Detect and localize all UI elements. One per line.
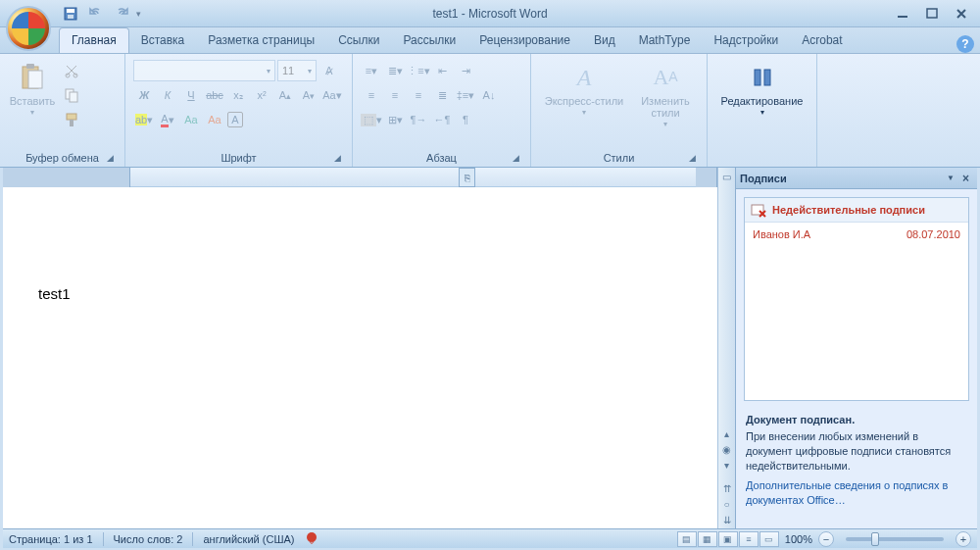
redo-button[interactable] bbox=[110, 3, 133, 25]
ltr-button[interactable]: ¶→ bbox=[408, 109, 429, 130]
format-painter-button[interactable] bbox=[61, 109, 82, 130]
sort-button[interactable]: A↓ bbox=[478, 84, 500, 106]
copy-button[interactable] bbox=[61, 84, 82, 106]
multilevel-button[interactable]: ⋮≡▾ bbox=[408, 60, 429, 81]
word-count[interactable]: Число слов: 2 bbox=[114, 533, 183, 545]
horizontal-ruler[interactable] bbox=[3, 168, 717, 187]
superscript-button[interactable]: x² bbox=[251, 84, 272, 106]
tab-insert[interactable]: Вставка bbox=[129, 28, 197, 53]
tab-mathtype[interactable]: MathType bbox=[627, 28, 703, 53]
paste-button[interactable]: Вставить ▾ bbox=[6, 58, 59, 122]
text-effects2-button[interactable]: Aa bbox=[204, 109, 225, 130]
paragraph-dialog-launcher[interactable]: ◢ bbox=[509, 151, 522, 165]
svg-rect-1 bbox=[67, 9, 74, 13]
outline-view[interactable]: ≡ bbox=[739, 531, 759, 547]
clipboard-label: Буфер обмена bbox=[25, 152, 99, 164]
tab-addins[interactable]: Надстройки bbox=[702, 28, 790, 53]
zoom-in-button[interactable]: + bbox=[956, 531, 971, 547]
editing-button[interactable]: Редактирование▾ bbox=[713, 58, 810, 122]
tab-mailings[interactable]: Рассылки bbox=[391, 28, 467, 53]
clear-formatting-button[interactable]: A̷ bbox=[318, 60, 340, 81]
text-effects-button[interactable]: Aa bbox=[180, 109, 202, 130]
zoom-knob[interactable] bbox=[871, 532, 879, 546]
subscript-button[interactable]: x₂ bbox=[227, 84, 249, 106]
zoom-level[interactable]: 100% bbox=[785, 533, 812, 545]
align-left-button[interactable]: ≡ bbox=[361, 84, 382, 106]
tab-home[interactable]: Главная bbox=[59, 27, 129, 53]
tab-review[interactable]: Рецензирование bbox=[467, 28, 582, 53]
zoom-out-button[interactable]: − bbox=[818, 531, 834, 547]
strikethrough-button[interactable]: abc bbox=[204, 84, 225, 106]
svg-rect-12 bbox=[67, 114, 76, 120]
tab-acrobat[interactable]: Acrobat bbox=[790, 28, 854, 53]
next-page-icon[interactable]: ▾ bbox=[720, 458, 734, 472]
change-case-button[interactable]: Aa▾ bbox=[321, 84, 343, 106]
clipboard-dialog-launcher[interactable]: ◢ bbox=[103, 151, 117, 165]
quick-styles-button[interactable]: A Экспресс-стили▾ bbox=[537, 58, 631, 122]
italic-button[interactable]: К bbox=[157, 84, 178, 106]
line-spacing-button[interactable]: ‡≡▾ bbox=[455, 84, 476, 106]
show-marks-button[interactable]: ¶ bbox=[455, 109, 476, 130]
pane-toggle-icon[interactable]: ⎘ bbox=[459, 168, 475, 187]
page-status[interactable]: Страница: 1 из 1 bbox=[9, 533, 93, 545]
print-layout-view[interactable]: ▤ bbox=[677, 531, 697, 547]
office-button[interactable] bbox=[6, 6, 51, 51]
borders-button[interactable]: ⊞▾ bbox=[384, 109, 406, 130]
close-button[interactable] bbox=[949, 5, 974, 23]
grow-font-button[interactable]: A▴ bbox=[274, 84, 296, 106]
shading-button[interactable]: ⬚▾ bbox=[361, 109, 382, 130]
tab-pagelayout[interactable]: Разметка страницы bbox=[196, 28, 326, 53]
draft-view[interactable]: ▭ bbox=[760, 531, 779, 547]
underline-button[interactable]: Ч bbox=[180, 84, 202, 106]
pane-close-icon[interactable]: × bbox=[958, 172, 973, 185]
char-border-button[interactable]: A bbox=[227, 112, 243, 127]
fullscreen-view[interactable]: ▦ bbox=[698, 531, 717, 547]
paste-label: Вставить bbox=[10, 95, 56, 107]
select-browse-icon[interactable]: ○ bbox=[720, 497, 734, 511]
change-styles-button[interactable]: AA Изменить стили▾ bbox=[631, 58, 700, 133]
tab-view[interactable]: Вид bbox=[582, 28, 627, 53]
bold-button[interactable]: Ж bbox=[133, 84, 155, 106]
increase-indent-button[interactable]: ⇥ bbox=[455, 60, 476, 81]
align-right-button[interactable]: ≡ bbox=[408, 84, 429, 106]
qat-customize[interactable]: ▾ bbox=[135, 3, 141, 25]
signer-name: Иванов И.А bbox=[753, 228, 810, 240]
font-color-button[interactable]: A▾ bbox=[157, 109, 178, 130]
minimize-button[interactable] bbox=[890, 5, 915, 23]
invalid-signature-icon bbox=[751, 202, 766, 218]
signature-status-icon[interactable] bbox=[304, 531, 319, 547]
next-find-icon[interactable]: ⇊ bbox=[720, 513, 734, 526]
ruler-toggle-icon[interactable]: ▭ bbox=[720, 170, 734, 183]
pane-menu-icon[interactable]: ▼ bbox=[943, 174, 958, 182]
document-page[interactable]: test1 bbox=[3, 187, 717, 528]
save-button[interactable] bbox=[59, 3, 82, 25]
undo-button[interactable] bbox=[84, 3, 108, 25]
font-dialog-launcher[interactable]: ◢ bbox=[330, 151, 344, 165]
web-view[interactable]: ▣ bbox=[718, 531, 738, 547]
svg-rect-14 bbox=[755, 70, 760, 85]
shrink-font-button[interactable]: A▾ bbox=[298, 84, 319, 106]
ribbon-tabs: Главная Вставка Разметка страницы Ссылки… bbox=[0, 27, 980, 54]
styles-dialog-launcher[interactable]: ◢ bbox=[685, 151, 699, 165]
help-icon[interactable]: ? bbox=[956, 35, 974, 53]
justify-button[interactable]: ≣ bbox=[431, 84, 453, 106]
language-status[interactable]: английский (США) bbox=[203, 533, 294, 545]
cut-button[interactable] bbox=[61, 60, 82, 81]
signature-row[interactable]: Иванов И.А 08.07.2010 bbox=[745, 223, 968, 246]
font-family-combo[interactable]: ▾ bbox=[133, 60, 275, 81]
signature-help-link[interactable]: Дополнительные сведения о подписях в док… bbox=[746, 478, 967, 508]
bullets-button[interactable]: ≡▾ bbox=[361, 60, 382, 81]
numbering-button[interactable]: ≣▾ bbox=[384, 60, 406, 81]
tab-references[interactable]: Ссылки bbox=[326, 28, 391, 53]
browse-object-icon[interactable]: ◉ bbox=[720, 442, 734, 456]
align-center-button[interactable]: ≡ bbox=[384, 84, 406, 106]
font-size-combo[interactable]: 11▾ bbox=[277, 60, 317, 81]
prev-find-icon[interactable]: ⇈ bbox=[720, 481, 734, 495]
zoom-slider[interactable] bbox=[846, 537, 944, 541]
maximize-button[interactable] bbox=[919, 5, 945, 23]
vertical-scrollbar[interactable]: ▭ ▴ ◉ ▾ ⇈ ○ ⇊ bbox=[717, 168, 735, 528]
highlight-button[interactable]: ab▾ bbox=[133, 109, 155, 130]
decrease-indent-button[interactable]: ⇤ bbox=[431, 60, 453, 81]
rtl-button[interactable]: ←¶ bbox=[431, 109, 453, 130]
prev-page-icon[interactable]: ▴ bbox=[720, 426, 734, 440]
